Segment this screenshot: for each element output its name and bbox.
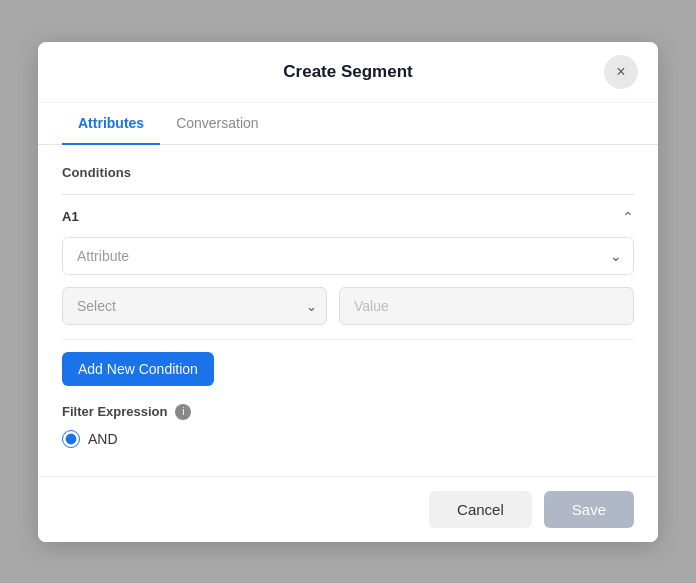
cancel-button[interactable]: Cancel (429, 491, 532, 528)
modal-header: Create Segment × (38, 42, 658, 103)
close-button[interactable]: × (604, 55, 638, 89)
attribute-select-wrapper: Attribute ⌄ (62, 237, 634, 275)
and-radio-label: AND (88, 431, 118, 447)
tab-attributes[interactable]: Attributes (62, 103, 160, 145)
attribute-select[interactable]: Attribute (62, 237, 634, 275)
modal-backdrop: Create Segment × Attributes Conversation… (0, 0, 696, 583)
modal-footer: Cancel Save (38, 476, 658, 542)
filter-expression-label: Filter Expression (62, 404, 167, 419)
condition-group-a1: A1 ⌃ Attribute ⌄ Select ⌄ (62, 194, 634, 448)
info-icon[interactable]: i (175, 404, 191, 420)
value-input[interactable] (339, 287, 634, 325)
save-button[interactable]: Save (544, 491, 634, 528)
add-condition-label: Add New Condition (78, 361, 198, 377)
tab-conversation[interactable]: Conversation (160, 103, 275, 145)
condition-group-label: A1 (62, 209, 79, 224)
operator-select[interactable]: Select (62, 287, 327, 325)
filter-expression-row: Filter Expression i (62, 404, 634, 420)
and-radio-row: AND (62, 430, 634, 448)
close-icon: × (616, 63, 625, 81)
and-radio[interactable] (62, 430, 80, 448)
condition-row: Select ⌄ (62, 287, 634, 340)
condition-group-header: A1 ⌃ (62, 209, 634, 225)
select-wrapper: Select ⌄ (62, 287, 327, 325)
conditions-heading: Conditions (62, 165, 634, 180)
chevron-up-icon[interactable]: ⌃ (622, 209, 634, 225)
add-condition-button[interactable]: Add New Condition (62, 352, 214, 386)
modal-title: Create Segment (283, 62, 412, 82)
create-segment-modal: Create Segment × Attributes Conversation… (38, 42, 658, 542)
tabs-bar: Attributes Conversation (38, 103, 658, 145)
modal-body: Conditions A1 ⌃ Attribute ⌄ (38, 145, 658, 476)
